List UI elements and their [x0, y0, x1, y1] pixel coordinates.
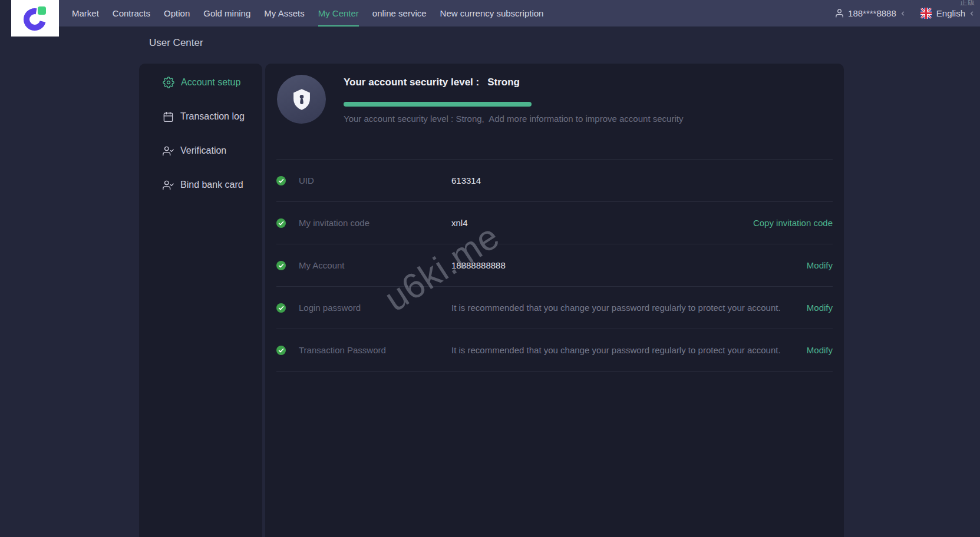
security-header: Your account security level :Strong Your… — [265, 64, 844, 159]
copy-invitation-code-link[interactable]: Copy invitation code — [753, 218, 833, 228]
nav-item-gold-mining[interactable]: Gold mining — [203, 0, 250, 26]
user-icon — [834, 8, 844, 18]
security-level-label: Your account security level : — [344, 77, 479, 88]
top-navbar: Market Contracts Option Gold mining My A… — [0, 0, 980, 26]
shield-icon — [289, 87, 315, 112]
main-nav: Market Contracts Option Gold mining My A… — [72, 0, 543, 26]
sidebar-item-verification[interactable]: Verification — [139, 139, 262, 163]
nav-item-contracts[interactable]: Contracts — [113, 0, 150, 26]
row-label: My invitation code — [299, 218, 451, 228]
row-value: 613314 — [451, 175, 481, 185]
check-circle-icon — [276, 303, 286, 313]
corner-tag: 正版 — [960, 0, 975, 8]
language-selector[interactable]: English — [920, 8, 974, 19]
user-check-icon — [163, 180, 174, 191]
modify-account-link[interactable]: Modify — [807, 260, 833, 270]
row-value: It is recommended that you change your p… — [451, 345, 781, 355]
security-progress-bar — [344, 102, 532, 107]
chevron-icon — [900, 10, 905, 17]
check-circle-icon — [276, 346, 286, 355]
security-level-title: Your account security level :Strong — [344, 77, 520, 88]
language-label: English — [936, 8, 965, 18]
sidebar-item-transaction-log[interactable]: Transaction log — [139, 105, 262, 128]
sidebar-item-bind-bank-card[interactable]: Bind bank card — [139, 173, 262, 197]
uk-flag-icon — [920, 8, 932, 19]
security-subtitle: Your account security level : Strong, Ad… — [344, 114, 683, 124]
sidebar-item-label: Transaction log — [180, 111, 245, 122]
check-circle-icon — [276, 176, 286, 185]
row-value: It is recommended that you change your p… — [451, 303, 781, 313]
nav-item-online-service[interactable]: online service — [372, 0, 427, 26]
sidebar-item-label: Verification — [180, 145, 226, 156]
user-check-icon — [163, 145, 174, 157]
sidebar-item-label: Bind bank card — [180, 180, 243, 190]
nav-item-new-currency-subscription[interactable]: New currency subscription — [440, 0, 544, 26]
brand-logo-icon — [21, 4, 50, 33]
page-title: User Center — [149, 37, 203, 49]
row-invitation-code: My invitation code xnl4 Copy invitation … — [276, 202, 833, 244]
sidebar: Account setup Transaction log Verificati… — [139, 64, 262, 537]
account-rows: UID 613314 My invitation code xnl4 Copy … — [276, 159, 833, 372]
user-phone: 188****8888 — [848, 8, 896, 18]
row-transaction-password: Transaction Password It is recommended t… — [276, 329, 833, 372]
row-my-account: My Account 18888888888 Modify — [276, 244, 833, 287]
modify-transaction-password-link[interactable]: Modify — [807, 345, 833, 355]
sidebar-item-label: Account setup — [181, 77, 240, 88]
nav-item-my-center[interactable]: My Center — [318, 0, 359, 26]
account-setup-panel: Your account security level :Strong Your… — [265, 64, 844, 537]
nav-item-market[interactable]: Market — [72, 0, 99, 26]
brand-logo[interactable] — [11, 0, 59, 37]
nav-item-my-assets[interactable]: My Assets — [264, 0, 304, 26]
nav-item-option[interactable]: Option — [164, 0, 190, 26]
gear-icon — [163, 77, 174, 88]
row-label: My Account — [299, 260, 451, 270]
check-circle-icon — [276, 261, 286, 270]
row-label: Transaction Password — [299, 345, 451, 355]
row-value: 18888888888 — [451, 260, 506, 270]
security-level-value: Strong — [487, 77, 520, 88]
row-label: UID — [299, 175, 451, 185]
check-circle-icon — [276, 218, 286, 228]
modify-login-password-link[interactable]: Modify — [807, 303, 833, 313]
account-menu[interactable]: 188****8888 — [834, 8, 905, 18]
sidebar-item-account-setup[interactable]: Account setup — [139, 71, 262, 94]
row-label: Login password — [299, 303, 451, 313]
row-login-password: Login password It is recommended that yo… — [276, 287, 833, 329]
calendar-icon — [163, 111, 174, 122]
chevron-icon — [969, 10, 974, 17]
security-shield-avatar — [277, 75, 326, 124]
row-uid: UID 613314 — [276, 160, 833, 202]
row-value: xnl4 — [451, 218, 468, 228]
